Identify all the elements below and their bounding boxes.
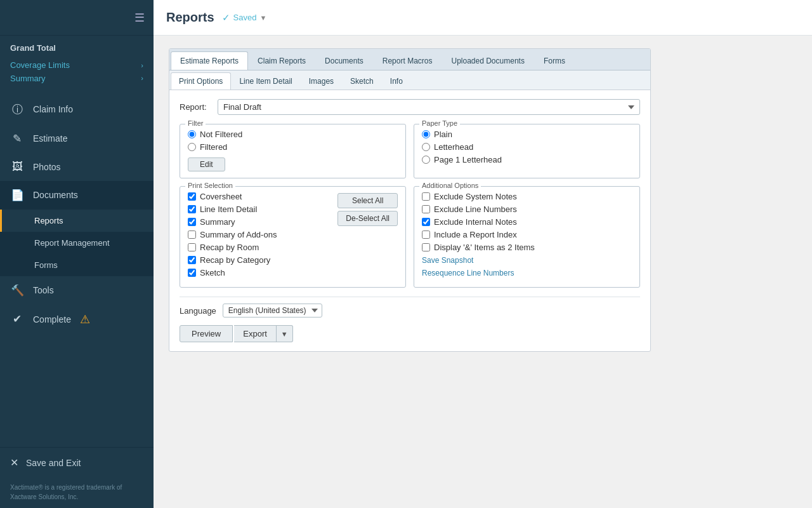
- print-selection-section: Print Selection Coversheet Line Item Det…: [180, 186, 406, 288]
- tab-report-macros[interactable]: Report Macros: [373, 51, 442, 70]
- page-title: Reports: [166, 10, 214, 25]
- select-buttons: Select All De-Select All: [337, 193, 398, 226]
- subtab-line-item-detail[interactable]: Line Item Detail: [231, 72, 300, 90]
- sidebar-item-claim-info[interactable]: ⓘ Claim Info: [0, 95, 154, 124]
- coversheet-row: Coversheet: [188, 192, 332, 201]
- export-button[interactable]: Export: [234, 325, 277, 342]
- recap-by-category-checkbox[interactable]: [188, 256, 196, 264]
- sidebar-item-photos[interactable]: 🖼 Photos: [0, 153, 154, 181]
- top-bar: Reports ✓ Saved ▼: [154, 0, 812, 36]
- exclude-internal-notes-checkbox[interactable]: [422, 218, 430, 226]
- hamburger-icon[interactable]: ☰: [134, 11, 145, 25]
- resequence-link[interactable]: Resequence Line Numbers: [422, 269, 632, 277]
- page1-letterhead-radio-row: Page 1 Letterhead: [422, 155, 632, 164]
- recap-by-category-label: Recap by Category: [200, 255, 270, 265]
- exclude-line-numbers-row: Exclude Line Numbers: [422, 204, 632, 214]
- exclude-internal-notes-label: Exclude Internal Notes: [434, 217, 517, 227]
- content-area: Estimate Reports Claim Reports Documents…: [154, 36, 812, 508]
- line-item-detail-checkbox[interactable]: [188, 205, 196, 213]
- summary-addons-label: Summary of Add-ons: [200, 230, 277, 239]
- filtered-radio[interactable]: [188, 143, 196, 151]
- exclude-line-numbers-checkbox[interactable]: [422, 205, 430, 213]
- letterhead-label: Letterhead: [434, 142, 473, 152]
- plain-label: Plain: [434, 130, 452, 139]
- close-icon: ✕: [10, 457, 18, 469]
- print-list: Coversheet Line Item Detail Summary: [188, 192, 332, 281]
- summary-addons-checkbox[interactable]: [188, 231, 196, 239]
- coverage-links: Coverage Limits › Summary ›: [0, 57, 154, 88]
- print-additional-section: Print Selection Coversheet Line Item Det…: [180, 186, 640, 288]
- summary-link[interactable]: Summary ›: [10, 72, 143, 86]
- include-report-index-row: Include a Report Index: [422, 230, 632, 239]
- subtab-print-options[interactable]: Print Options: [171, 72, 231, 90]
- filtered-radio-row: Filtered: [188, 142, 398, 152]
- letterhead-radio[interactable]: [422, 143, 430, 151]
- recap-by-room-checkbox[interactable]: [188, 243, 196, 251]
- info-icon: ⓘ: [10, 102, 24, 117]
- page1-letterhead-label: Page 1 Letterhead: [434, 155, 502, 164]
- filter-paper-row: Filter Not Filtered Filtered Edit: [180, 124, 640, 178]
- tools-icon: 🔨: [10, 284, 24, 297]
- select-all-button[interactable]: Select All: [337, 193, 398, 208]
- sidebar-item-documents[interactable]: 📄 Documents: [0, 181, 154, 210]
- chevron-right-icon: ›: [141, 60, 143, 72]
- summary-checkbox[interactable]: [188, 218, 196, 226]
- display-ampersand-checkbox[interactable]: [422, 243, 430, 251]
- saved-badge[interactable]: ✓ Saved ▼: [222, 12, 267, 23]
- sidebar-item-tools[interactable]: 🔨 Tools: [0, 276, 154, 305]
- display-ampersand-row: Display '&' Items as 2 Items: [422, 243, 632, 252]
- save-snapshot-link[interactable]: Save Snapshot: [422, 256, 632, 265]
- not-filtered-radio[interactable]: [188, 130, 196, 138]
- letterhead-radio-row: Letterhead: [422, 142, 632, 152]
- warning-icon: ⚠: [80, 312, 90, 326]
- filter-section: Filter Not Filtered Filtered Edit: [180, 124, 406, 178]
- coversheet-checkbox[interactable]: [188, 192, 196, 201]
- subtab-sketch[interactable]: Sketch: [342, 72, 382, 90]
- exclude-line-numbers-label: Exclude Line Numbers: [434, 204, 517, 214]
- sidebar-item-complete[interactable]: ✔ Complete ⚠: [0, 305, 154, 334]
- sidebar-item-forms[interactable]: Forms: [0, 254, 154, 276]
- preview-button[interactable]: Preview: [180, 325, 233, 342]
- tab-uploaded-documents[interactable]: Uploaded Documents: [442, 51, 534, 70]
- filter-legend: Filter: [185, 119, 206, 127]
- language-select[interactable]: English (United States) Spanish French: [223, 304, 322, 318]
- photo-icon: 🖼: [10, 161, 24, 173]
- subtab-info[interactable]: Info: [382, 72, 411, 90]
- summary-row: Summary: [188, 217, 332, 227]
- check-icon: ✓: [222, 12, 230, 23]
- deselect-all-button[interactable]: De-Select All: [337, 211, 398, 226]
- save-and-exit-button[interactable]: ✕ Save and Exit: [10, 457, 143, 469]
- tab-documents[interactable]: Documents: [315, 51, 373, 70]
- sidebar-header: ☰: [0, 0, 154, 36]
- edit-button[interactable]: Edit: [188, 157, 225, 171]
- coverage-limits-link[interactable]: Coverage Limits ›: [10, 59, 143, 72]
- tab-estimate-reports[interactable]: Estimate Reports: [171, 51, 248, 70]
- exclude-system-notes-checkbox[interactable]: [422, 192, 430, 201]
- report-select[interactable]: Final Draft Preliminary Working Copy: [218, 99, 640, 115]
- not-filtered-radio-row: Not Filtered: [188, 130, 398, 139]
- tab-forms[interactable]: Forms: [534, 51, 575, 70]
- language-row: Language English (United States) Spanish…: [180, 297, 640, 318]
- sidebar-item-report-management[interactable]: Report Management: [0, 232, 154, 254]
- tab-claim-reports[interactable]: Claim Reports: [248, 51, 315, 70]
- summary-addons-row: Summary of Add-ons: [188, 230, 332, 239]
- subtab-images[interactable]: Images: [301, 72, 342, 90]
- plain-radio-row: Plain: [422, 130, 632, 139]
- recap-by-category-row: Recap by Category: [188, 255, 332, 265]
- line-item-detail-row: Line Item Detail: [188, 204, 332, 214]
- sidebar-item-reports[interactable]: Reports: [0, 210, 154, 232]
- sketch-checkbox[interactable]: [188, 269, 196, 277]
- print-list-and-btns: Coversheet Line Item Detail Summary: [188, 192, 398, 281]
- panel-body: Report: Final Draft Preliminary Working …: [169, 90, 650, 351]
- edit-icon: ✎: [10, 132, 24, 145]
- sketch-row: Sketch: [188, 268, 332, 277]
- plain-radio[interactable]: [422, 130, 430, 138]
- chevron-down-icon: ▼: [259, 14, 266, 22]
- export-dropdown-button[interactable]: ▼: [277, 325, 293, 342]
- subtabs: Print Options Line Item Detail Images Sk…: [169, 70, 650, 90]
- recap-by-room-row: Recap by Room: [188, 243, 332, 252]
- include-report-index-checkbox[interactable]: [422, 231, 430, 239]
- page1-letterhead-radio[interactable]: [422, 156, 430, 164]
- main-tabs: Estimate Reports Claim Reports Documents…: [169, 49, 650, 70]
- sidebar-item-estimate[interactable]: ✎ Estimate: [0, 124, 154, 153]
